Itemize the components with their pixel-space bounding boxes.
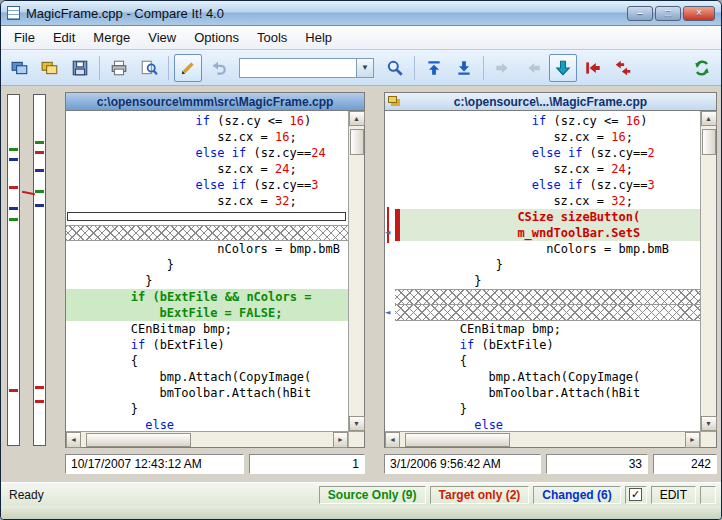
- code-line[interactable]: bmToolbar.Attach(hBit: [66, 385, 348, 401]
- code-line[interactable]: sz.cx = 16;: [66, 129, 348, 145]
- current-difference-button[interactable]: [549, 54, 577, 82]
- changed-counter[interactable]: Changed (6): [533, 486, 620, 504]
- toolbar-separator: [414, 56, 415, 80]
- code-line[interactable]: }: [395, 273, 700, 289]
- code-line[interactable]: m_wndToolBar.SetS◄: [395, 225, 700, 241]
- code-line[interactable]: sz.cx = 32;: [66, 193, 348, 209]
- source-horizontal-scrollbar[interactable]: ◄ ►: [66, 432, 348, 447]
- source-vertical-scrollbar[interactable]: ▲ ▼: [348, 111, 364, 431]
- code-line[interactable]: {: [395, 353, 700, 369]
- code-line[interactable]: if (bExtFile && nColors =: [66, 289, 348, 305]
- edit-mode-button[interactable]: [174, 54, 202, 82]
- code-line[interactable]: bExtFile = FALSE;: [66, 305, 348, 321]
- scroll-up-icon[interactable]: ▲: [701, 111, 717, 126]
- menu-file[interactable]: File: [5, 27, 44, 48]
- code-line[interactable]: else: [395, 417, 700, 431]
- target-code-area[interactable]: if (sz.cy <= 16)sz.cx = 16;else if (sz.c…: [385, 111, 700, 431]
- code-line[interactable]: nColors = bmp.bmB: [395, 241, 700, 257]
- code-line[interactable]: sz.cx = 16;: [395, 129, 700, 145]
- code-line[interactable]: nColors = bmp.bmB: [66, 241, 348, 257]
- scroll-left-icon[interactable]: ◄: [66, 432, 81, 448]
- scroll-thumb[interactable]: [350, 129, 364, 155]
- app-icon[interactable]: [7, 6, 20, 20]
- open-session-button[interactable]: [36, 54, 64, 82]
- code-line[interactable]: }: [395, 257, 700, 273]
- code-line[interactable]: CEnBitmap bmp;: [395, 321, 700, 337]
- previous-difference-button[interactable]: [420, 54, 448, 82]
- code-line[interactable]: bmp.Attach(CopyImage(: [395, 369, 700, 385]
- target-horizontal-scrollbar[interactable]: ◄ ►: [385, 432, 700, 447]
- session-file-icon: [388, 96, 397, 103]
- code-line[interactable]: if (sz.cy <= 16): [395, 113, 700, 129]
- edit-mode-indicator[interactable]: EDIT: [651, 486, 696, 504]
- code-line[interactable]: bmp.Attach(CopyImage(: [66, 369, 348, 385]
- scroll-thumb[interactable]: [702, 129, 716, 155]
- find-button[interactable]: [381, 54, 409, 82]
- missing-lines-hatch[interactable]: [66, 225, 348, 241]
- menu-merge[interactable]: Merge: [84, 27, 139, 48]
- scroll-up-icon[interactable]: ▲: [349, 111, 365, 126]
- scroll-thumb[interactable]: [86, 433, 191, 447]
- save-button[interactable]: [66, 54, 94, 82]
- open-files-button[interactable]: [6, 54, 34, 82]
- code-line[interactable]: sz.cx = 24;: [395, 161, 700, 177]
- diff-map-marker: [9, 158, 18, 161]
- maximize-button[interactable]: □: [655, 6, 681, 21]
- copy-block-right-button[interactable]: [489, 54, 517, 82]
- scroll-thumb[interactable]: [405, 433, 510, 447]
- menu-help[interactable]: Help: [296, 27, 341, 48]
- resize-grip[interactable]: [700, 486, 716, 504]
- code-line[interactable]: sz.cx = 32;: [395, 193, 700, 209]
- target-vertical-scrollbar[interactable]: ▲ ▼: [700, 111, 716, 431]
- pane-splitter[interactable]: [371, 92, 378, 482]
- code-line[interactable]: CSize sizeButton(: [395, 209, 700, 225]
- missing-lines-hatch[interactable]: ◄: [395, 305, 700, 321]
- close-button[interactable]: ×: [683, 6, 715, 21]
- code-line[interactable]: else if (sz.cy==2: [395, 145, 700, 161]
- scroll-right-icon[interactable]: ►: [685, 432, 700, 448]
- code-line[interactable]: else if (sz.cy==3: [66, 177, 348, 193]
- overview-strip-right[interactable]: [33, 94, 46, 446]
- target-only-counter[interactable]: Target only (2): [430, 486, 530, 504]
- menu-edit[interactable]: Edit: [44, 27, 84, 48]
- menu-options[interactable]: Options: [185, 27, 248, 48]
- source-code-area[interactable]: if (sz.cy <= 16)sz.cx = 16;else if (sz.c…: [66, 111, 348, 431]
- merge-all-button[interactable]: [609, 54, 637, 82]
- code-line[interactable]: else if (sz.cy==24: [66, 145, 348, 161]
- search-combo-input[interactable]: [239, 58, 357, 78]
- code-line[interactable]: sz.cx = 24;: [66, 161, 348, 177]
- find-in-files-button[interactable]: [135, 54, 163, 82]
- code-line[interactable]: else if (sz.cy==3: [395, 177, 700, 193]
- edit-checkbox[interactable]: ✓: [629, 488, 642, 501]
- menu-tools[interactable]: Tools: [248, 27, 296, 48]
- code-line[interactable]: }: [66, 257, 348, 273]
- source-only-counter[interactable]: Source Only (9): [319, 486, 426, 504]
- code-line[interactable]: }: [66, 273, 348, 289]
- code-line[interactable]: else: [66, 417, 348, 431]
- combo-dropdown-icon[interactable]: ▼: [357, 58, 374, 78]
- code-line[interactable]: if (bExtFile): [395, 337, 700, 353]
- code-line[interactable]: bmToolbar.Attach(hBit: [395, 385, 700, 401]
- code-line[interactable]: }: [66, 401, 348, 417]
- undo-button[interactable]: [204, 54, 232, 82]
- copy-block-left-button[interactable]: [519, 54, 547, 82]
- minimize-button[interactable]: –: [627, 6, 653, 21]
- merge-to-left-button[interactable]: [579, 54, 607, 82]
- missing-lines-hatch[interactable]: [395, 289, 700, 305]
- scroll-left-icon[interactable]: ◄: [385, 432, 400, 448]
- scroll-right-icon[interactable]: ►: [333, 432, 348, 448]
- menu-view[interactable]: View: [139, 27, 185, 48]
- code-line[interactable]: if (bExtFile): [66, 337, 348, 353]
- print-button[interactable]: [105, 54, 133, 82]
- next-difference-button[interactable]: [450, 54, 478, 82]
- code-line[interactable]: {: [66, 353, 348, 369]
- scroll-down-icon[interactable]: ▼: [701, 416, 717, 431]
- scroll-down-icon[interactable]: ▼: [349, 416, 365, 431]
- code-line[interactable]: }: [395, 401, 700, 417]
- recompare-button[interactable]: [688, 54, 716, 82]
- gap-placeholder[interactable]: [66, 209, 348, 225]
- diff-map-marker: [9, 148, 18, 151]
- overview-strip-left[interactable]: [7, 94, 20, 446]
- code-line[interactable]: CEnBitmap bmp;: [66, 321, 348, 337]
- code-line[interactable]: if (sz.cy <= 16): [66, 113, 348, 129]
